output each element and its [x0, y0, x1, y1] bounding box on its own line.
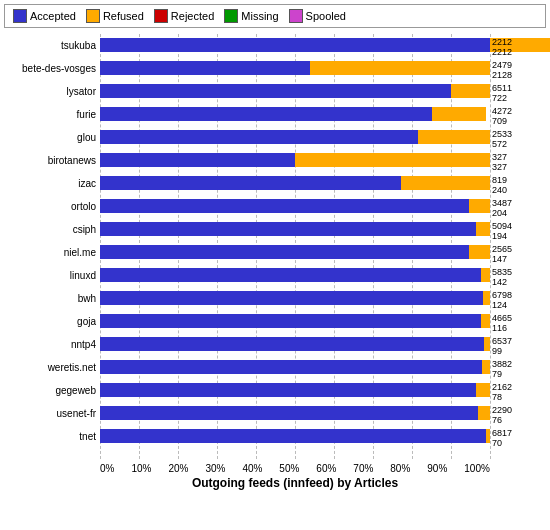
x-title: Outgoing feeds (innfeed) by Articles — [100, 476, 490, 490]
x-tick: 90% — [427, 463, 447, 474]
refused-segment — [481, 314, 490, 328]
bar-values: 5835142 — [492, 268, 512, 288]
bar-values: 22122212 — [492, 38, 512, 58]
refused-segment — [486, 429, 490, 443]
bar-row: tsukuba22122212 — [100, 34, 490, 56]
row-label: goja — [6, 316, 96, 327]
row-label: izac — [6, 178, 96, 189]
row-label: niel.me — [6, 247, 96, 258]
accepted-segment — [100, 222, 476, 236]
x-tick: 60% — [316, 463, 336, 474]
bar-track: 5835142 — [100, 268, 490, 282]
bar-row: lysator6511722 — [100, 80, 490, 102]
bar-track: 388279 — [100, 360, 490, 374]
bar-values: 6511722 — [492, 84, 512, 104]
refused-segment — [451, 84, 490, 98]
bar-values: 229076 — [492, 406, 512, 426]
accepted-label: Accepted — [30, 10, 76, 22]
missing-label: Missing — [241, 10, 278, 22]
bar-values: 5094194 — [492, 222, 512, 242]
bar-track: 2565147 — [100, 245, 490, 259]
refused-segment — [482, 360, 490, 374]
chart-area: tsukuba22122212bete-des-vosges24792128ly… — [0, 32, 550, 530]
grid-line — [490, 34, 491, 459]
bar-values: 6798124 — [492, 291, 512, 311]
x-tick: 100% — [464, 463, 490, 474]
bar-track: 4272709 — [100, 107, 490, 121]
refused-segment — [478, 406, 490, 420]
row-label: furie — [6, 109, 96, 120]
row-label: lysator — [6, 86, 96, 97]
x-tick: 20% — [168, 463, 188, 474]
row-label: birotanews — [6, 155, 96, 166]
refused-segment — [469, 199, 490, 213]
accepted-segment — [100, 153, 295, 167]
bar-track: 681770 — [100, 429, 490, 443]
bar-row: bete-des-vosges24792128 — [100, 57, 490, 79]
x-tick: 10% — [131, 463, 151, 474]
x-tick: 30% — [205, 463, 225, 474]
refused-segment — [476, 222, 490, 236]
bar-values: 2533572 — [492, 130, 512, 150]
refused-segment — [418, 130, 490, 144]
row-label: gegeweb — [6, 385, 96, 396]
refused-segment — [483, 291, 490, 305]
row-label: nntp4 — [6, 339, 96, 350]
accepted-segment — [100, 130, 418, 144]
bar-row: niel.me2565147 — [100, 241, 490, 263]
chart-container: Accepted Refused Rejected Missing Spoole… — [0, 0, 550, 530]
refused-segment — [295, 153, 490, 167]
x-tick: 40% — [242, 463, 262, 474]
bar-row: csiph5094194 — [100, 218, 490, 240]
refused-segment — [310, 61, 490, 75]
accepted-segment — [100, 429, 486, 443]
row-label: weretis.net — [6, 362, 96, 373]
legend-rejected: Rejected — [154, 9, 214, 23]
bar-track: 653799 — [100, 337, 490, 351]
bar-values: 819240 — [492, 176, 507, 196]
bar-track: 819240 — [100, 176, 490, 190]
bar-track: 229076 — [100, 406, 490, 420]
x-axis: 0%10%20%30%40%50%60%70%80%90%100% — [100, 459, 490, 474]
x-tick: 50% — [279, 463, 299, 474]
bar-values: 3487204 — [492, 199, 512, 219]
bar-values: 327327 — [492, 153, 507, 173]
x-tick: 0% — [100, 463, 114, 474]
bar-values: 388279 — [492, 360, 512, 380]
legend-accepted: Accepted — [13, 9, 76, 23]
accepted-segment — [100, 383, 476, 397]
accepted-segment — [100, 406, 478, 420]
accepted-segment — [100, 291, 483, 305]
row-label: bwh — [6, 293, 96, 304]
bar-values: 4272709 — [492, 107, 512, 127]
bar-values: 216278 — [492, 383, 512, 403]
refused-swatch — [86, 9, 100, 23]
row-label: bete-des-vosges — [6, 63, 96, 74]
bar-track: 3487204 — [100, 199, 490, 213]
bar-row: birotanews327327 — [100, 149, 490, 171]
accepted-segment — [100, 61, 310, 75]
bar-row: usenet-fr229076 — [100, 402, 490, 424]
bar-values: 681770 — [492, 429, 512, 449]
bar-track: 6511722 — [100, 84, 490, 98]
legend-spooled: Spooled — [289, 9, 346, 23]
bar-track: 2533572 — [100, 130, 490, 144]
legend: Accepted Refused Rejected Missing Spoole… — [4, 4, 546, 28]
bar-row: nntp4653799 — [100, 333, 490, 355]
bar-track: 327327 — [100, 153, 490, 167]
bars-wrapper: tsukuba22122212bete-des-vosges24792128ly… — [100, 34, 490, 459]
bar-row: tnet681770 — [100, 425, 490, 447]
accepted-segment — [100, 360, 482, 374]
bar-track: 24792128 — [100, 61, 490, 75]
row-label: tsukuba — [6, 40, 96, 51]
bar-row: furie4272709 — [100, 103, 490, 125]
bar-row: izac819240 — [100, 172, 490, 194]
refused-segment — [401, 176, 490, 190]
bar-row: bwh6798124 — [100, 287, 490, 309]
refused-segment — [476, 383, 490, 397]
refused-segment — [469, 245, 490, 259]
bar-values: 4665116 — [492, 314, 512, 334]
bar-track: 4665116 — [100, 314, 490, 328]
accepted-segment — [100, 245, 469, 259]
row-label: csiph — [6, 224, 96, 235]
